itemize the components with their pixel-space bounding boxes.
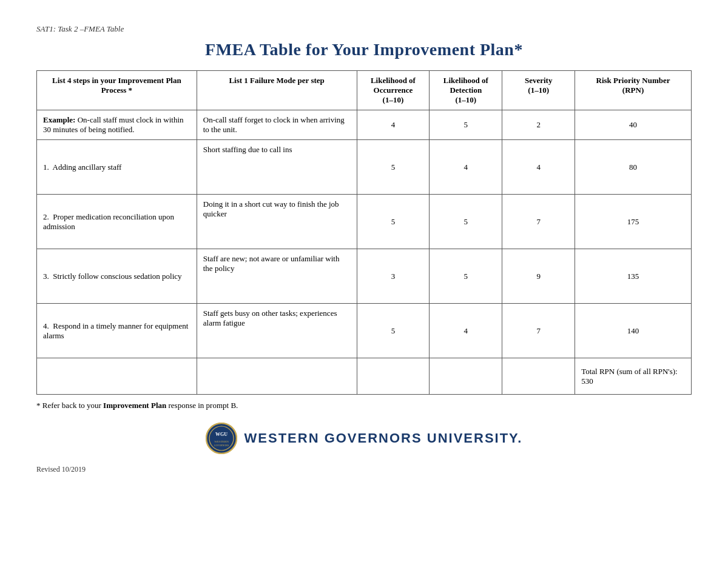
total-rpn-cell: Total RPN (sum of all RPN's): 530 (575, 358, 692, 395)
row-step-num: 2. (43, 212, 49, 221)
total-row: Total RPN (sum of all RPN's): 530 (37, 358, 692, 395)
row-step-text: Strictly follow conscious sedation polic… (53, 272, 181, 281)
row-detection: 5 (430, 249, 502, 304)
row-occurrence: 5 (357, 304, 430, 358)
row-step-text: Respond in a timely manner for equipment… (43, 321, 188, 340)
total-empty-5 (502, 358, 575, 395)
row-step: 4. Respond in a timely manner for equipm… (37, 304, 197, 358)
example-row: Example: On-call staff must clock in wit… (37, 110, 692, 140)
total-empty-4 (430, 358, 502, 395)
row-rpn: 135 (575, 249, 692, 304)
header-severity: Severity (1–10) (502, 71, 575, 110)
row-step-text: Proper medication reconciliation upon ad… (43, 212, 174, 231)
row-step-num: 4. (43, 321, 49, 330)
table-row: 3. Strictly follow conscious sedation po… (37, 249, 692, 304)
row-step-num: 3. (43, 272, 49, 281)
total-empty-3 (357, 358, 430, 395)
row-rpn: 175 (575, 195, 692, 249)
footnote: * Refer back to your Improvement Plan re… (36, 401, 692, 410)
header-occurrence: Likelihood of Occurrence (1–10) (357, 71, 430, 110)
row-failure: Staff are new; not aware or unfamiliar w… (197, 249, 357, 304)
header-failure: List 1 Failure Mode per step (197, 71, 357, 110)
row-severity: 7 (502, 195, 575, 249)
row-rpn: 80 (575, 140, 692, 195)
svg-text:GOVERNORS: GOVERNORS (214, 444, 228, 447)
wgu-university-name: Western Governors University. (244, 430, 523, 446)
row-occurrence: 5 (357, 195, 430, 249)
svg-text:WESTERN: WESTERN (214, 440, 229, 443)
total-label: Total RPN (sum of all RPN's): (581, 367, 678, 376)
header-rpn: Risk Priority Number (RPN) (575, 71, 692, 110)
total-empty-2 (197, 358, 357, 395)
row-rpn: 140 (575, 304, 692, 358)
table-row: 4. Respond in a timely manner for equipm… (37, 304, 692, 358)
example-rpn: 40 (575, 110, 692, 140)
svg-point-0 (206, 423, 237, 453)
header-step: List 4 steps in your Improvement Plan Pr… (37, 71, 197, 110)
row-step: 2. Proper medication reconciliation upon… (37, 195, 197, 249)
table-row: 2. Proper medication reconciliation upon… (37, 195, 692, 249)
row-failure: Doing it in a short cut way to finish th… (197, 195, 357, 249)
wgu-logo-icon: WGU WESTERN GOVERNORS (206, 423, 237, 454)
row-step: 1. Adding ancillary staff (37, 140, 197, 195)
row-failure: Staff gets busy on other tasks; experien… (197, 304, 357, 358)
row-detection: 4 (430, 140, 502, 195)
header-detection: Likelihood of Detection (1–10) (430, 71, 502, 110)
row-detection: 4 (430, 304, 502, 358)
example-step: Example: On-call staff must clock in wit… (37, 110, 197, 140)
total-value: 530 (581, 376, 593, 386)
fmea-table: List 4 steps in your Improvement Plan Pr… (36, 70, 692, 395)
revised-text: Revised 10/2019 (36, 465, 692, 474)
row-occurrence: 5 (357, 140, 430, 195)
example-detection: 5 (430, 110, 502, 140)
row-failure: Short staffing due to call ins (197, 140, 357, 195)
example-failure: On-call staff forget to clock in when ar… (197, 110, 357, 140)
row-severity: 9 (502, 249, 575, 304)
row-step-text: Adding ancillary staff (53, 162, 122, 172)
row-severity: 4 (502, 140, 575, 195)
footer-logo: WGU WESTERN GOVERNORS Western Governors … (36, 423, 692, 454)
doc-label: SAT1: Task 2 –FMEA Table (36, 24, 692, 34)
example-severity: 2 (502, 110, 575, 140)
total-empty-1 (37, 358, 197, 395)
example-occurrence: 4 (357, 110, 430, 140)
row-step: 3. Strictly follow conscious sedation po… (37, 249, 197, 304)
row-severity: 7 (502, 304, 575, 358)
main-title: FMEA Table for Your Improvement Plan* (36, 40, 692, 59)
svg-text:WGU: WGU (215, 432, 228, 437)
row-occurrence: 3 (357, 249, 430, 304)
row-detection: 5 (430, 195, 502, 249)
table-row: 1. Adding ancillary staff Short staffing… (37, 140, 692, 195)
row-step-num: 1. (43, 162, 49, 172)
